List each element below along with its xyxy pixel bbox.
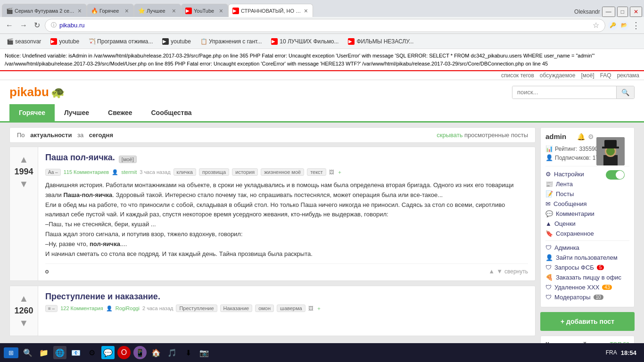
nav-hot[interactable]: Горячее xyxy=(9,104,55,123)
post-add-icon-2[interactable]: ＋ xyxy=(316,305,322,312)
menu-item-posty[interactable]: 📝 Посты xyxy=(545,189,629,199)
close-button[interactable]: ✕ xyxy=(630,7,642,17)
theme-toggle[interactable] xyxy=(606,170,625,180)
post-title-1[interactable]: Паша пол-яичка. xyxy=(45,153,115,163)
taskbar-app-chrome[interactable]: 🌐 xyxy=(53,346,66,359)
post-tag-klichka[interactable]: кличка xyxy=(173,168,196,176)
ext-icon-2[interactable]: 📂 xyxy=(619,21,629,30)
taskbar-app-viber[interactable]: 📱 xyxy=(133,346,147,359)
font-size-tag-1[interactable]: Аа – xyxy=(45,169,61,176)
tab-1[interactable]: 🎬 Сериал Футурама 2 сезо... × xyxy=(2,4,87,17)
fold-arrow-up-1[interactable]: ▲ xyxy=(488,268,495,275)
browser-menu-button[interactable]: ⋮ xyxy=(632,20,640,31)
post-tag-nakazaniye[interactable]: Наказание xyxy=(220,304,253,312)
post-me-tag-1[interactable]: [моё] xyxy=(119,156,137,163)
add-post-button[interactable]: + добавить пост xyxy=(540,312,635,331)
fold-arrow-down-1[interactable]: ▼ xyxy=(496,268,503,275)
font-size-tag-2[interactable]: ≡ – xyxy=(45,305,58,312)
nav-best[interactable]: Лучшее xyxy=(55,104,99,123)
tab-close-5[interactable]: × xyxy=(303,7,309,15)
post-title-2[interactable]: Преступление и наказание. xyxy=(45,292,528,302)
taskbar-app-settings[interactable]: ⚙ xyxy=(85,346,99,359)
taskbar-explorer-icon[interactable]: 📁 xyxy=(37,346,50,359)
tab-3[interactable]: ⭐ Лучшее × xyxy=(134,4,181,17)
ext-icon-1[interactable]: 🔑 xyxy=(608,21,618,30)
comments-link-1[interactable]: 115 Комментариев xyxy=(64,169,109,175)
taskbar-app-mail[interactable]: 📧 xyxy=(69,346,83,359)
refresh-button[interactable]: ↻ xyxy=(32,20,42,31)
taskbar-app-media[interactable]: 🎵 xyxy=(165,346,179,359)
post-author-1[interactable]: stermit xyxy=(121,169,137,175)
fold-button-1[interactable]: свернуть xyxy=(504,268,528,275)
bookmark-youtube-1[interactable]: ▶ youtube xyxy=(48,37,82,46)
maximize-button[interactable]: □ xyxy=(617,7,628,17)
bookmark-seasonvar[interactable]: 🎬 seasonvar xyxy=(4,37,44,46)
post-tag-prestupleniye[interactable]: Преступление xyxy=(176,304,217,312)
taskbar-app-skype[interactable]: 💬 xyxy=(101,346,115,359)
menu-item-kommentarii[interactable]: 💬 Комментарии xyxy=(545,209,629,219)
sort-period[interactable]: сегодня xyxy=(89,132,113,139)
taskbar-app-opera[interactable]: O xyxy=(117,346,131,359)
meta-link-tags[interactable]: список тегов xyxy=(501,72,534,79)
menu-item-moderatory[interactable]: 🛡 Модераторы 10 xyxy=(545,292,629,302)
taskbar-app-windows[interactable]: 🏠 xyxy=(149,346,163,359)
menu-item-zayti[interactable]: 👤 Зайти пользователем xyxy=(545,253,629,263)
post-tag-zhiznennoye[interactable]: жизненное моё xyxy=(261,168,304,176)
minimize-button[interactable]: — xyxy=(602,7,615,17)
taskbar-app-torrent[interactable]: ⬇ xyxy=(182,346,195,359)
nav-communities[interactable]: Сообщества xyxy=(141,104,201,123)
bookmark-star-icon[interactable]: ☆ xyxy=(593,21,599,30)
taskbar-app-extra[interactable]: 📷 xyxy=(198,346,211,359)
tab-close-1[interactable]: × xyxy=(77,7,83,15)
notification-icon[interactable]: 🔔 xyxy=(577,133,585,140)
start-button[interactable]: ⊞ xyxy=(4,347,18,358)
vote-down-1[interactable]: ▼ xyxy=(19,179,29,189)
avatar[interactable] xyxy=(596,137,625,165)
tab-5[interactable]: ▶ СТРАННОВАТЫЙ, НО П... × xyxy=(228,4,313,17)
bookmark-uprazhneniya[interactable]: 📋 Упражнения с гант... xyxy=(198,37,264,46)
vote-up-1[interactable]: ▲ xyxy=(19,154,29,165)
post-add-icon[interactable]: ＋ xyxy=(337,169,342,176)
tab-close-3[interactable]: × xyxy=(171,7,177,15)
tab-close-2[interactable]: × xyxy=(124,7,130,15)
post-tag-shaverma[interactable]: шаверма xyxy=(277,304,305,312)
meta-link-discussed[interactable]: обсуждаемое xyxy=(540,72,576,79)
menu-item-udalennoe[interactable]: 🛡 Удаленное ХХХ 43 xyxy=(545,282,629,292)
post-author-2[interactable]: RogiRoggi xyxy=(116,305,140,311)
menu-item-sokhranennoe[interactable]: 🔖 Сохраненное xyxy=(545,229,629,239)
vote-up-2[interactable]: ▲ xyxy=(19,293,29,304)
menu-item-fsb[interactable]: 🛡 Запросы ФСБ 5 xyxy=(545,263,629,272)
bookmark-youtube-2[interactable]: ▶ youtube xyxy=(159,37,194,46)
meta-link-mine[interactable]: [моё] xyxy=(581,72,594,79)
comments-link-2[interactable]: 122 Комментария xyxy=(60,305,103,311)
hide-viewed-link[interactable]: скрывать xyxy=(437,132,462,139)
menu-item-pizza[interactable]: 🍕 Заказать пиццу в офис xyxy=(545,272,629,282)
post-tag-istoriya[interactable]: история xyxy=(232,168,258,176)
post-tag-omon[interactable]: омон xyxy=(255,304,274,312)
url-bar[interactable]: ⓘ pikabu.ru ☆ xyxy=(45,19,605,32)
bookmark-filmy[interactable]: ▶ 10 ЛУЧШИХ Фильмо... xyxy=(268,37,341,46)
nav-fresh[interactable]: Свежее xyxy=(99,104,141,123)
menu-item-lenta[interactable]: 📰 Лента xyxy=(545,179,629,189)
tab-4[interactable]: ▶ YouTube × xyxy=(181,4,228,17)
tab-2[interactable]: 🔥 Горячее × xyxy=(87,4,134,17)
post-tag-prozvischa[interactable]: прозвища xyxy=(199,168,229,176)
back-button[interactable]: ← xyxy=(4,20,15,31)
post-tag-tekst[interactable]: текст xyxy=(307,168,326,176)
forward-button[interactable]: → xyxy=(18,20,29,31)
meta-link-faq[interactable]: FAQ xyxy=(600,72,611,79)
menu-item-otsenki[interactable]: ▲ Оценки xyxy=(545,219,629,229)
post-actions-icon-2[interactable]: 🖼 xyxy=(308,305,314,311)
search-input[interactable] xyxy=(512,86,616,99)
vote-down-2[interactable]: ▼ xyxy=(19,318,29,329)
bookmark-programma[interactable]: 🏹 Программа отжима... xyxy=(86,37,156,46)
post-actions-icon[interactable]: 🖼 xyxy=(329,169,334,175)
tab-close-4[interactable]: × xyxy=(218,7,224,15)
taskbar-search-icon[interactable]: 🔍 xyxy=(21,346,34,359)
sort-type[interactable]: актуальности xyxy=(30,132,72,139)
settings-icon[interactable]: ⚙ xyxy=(588,133,594,140)
logo[interactable]: pikabu 🐢 xyxy=(9,85,65,99)
menu-item-adminka[interactable]: 🛡 Админка xyxy=(545,243,629,253)
bookmark-filmy-nezaslu[interactable]: ▶ ФИЛЬМЫ НЕЗАСЛУ... xyxy=(345,37,416,46)
menu-item-soobshcheniya[interactable]: ✉ Сообщения xyxy=(545,199,629,209)
